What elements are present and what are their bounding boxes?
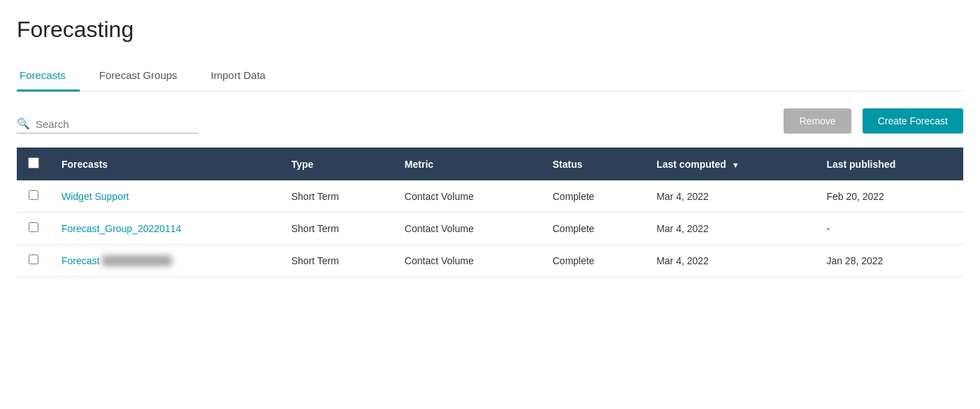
table-row: Forecast██████████ Short Term Contact Vo…: [17, 245, 963, 277]
table-header-row: Forecasts Type Metric Status Last comput…: [17, 148, 963, 180]
row-checkbox-col: [17, 213, 50, 245]
row-1-status: Complete: [541, 180, 645, 213]
row-3-status: Complete: [541, 245, 645, 277]
row-checkbox-col: [17, 180, 50, 213]
sort-arrow-icon: ▼: [732, 161, 740, 169]
row-2-last-published: -: [815, 213, 963, 245]
page-title: Forecasting: [17, 17, 963, 43]
row-2-forecast-name: Forecast_Group_20220114: [50, 213, 280, 245]
tabs-nav: Forecasts Forecast Groups Import Data: [17, 62, 963, 92]
table-row: Forecast_Group_20220114 Short Term Conta…: [17, 213, 963, 245]
row-checkbox-col: [17, 245, 50, 277]
row-3-metric: Contact Volume: [394, 245, 542, 277]
forecasts-table: Forecasts Type Metric Status Last comput…: [17, 148, 963, 277]
row-1-forecast-name: Widget Support: [50, 180, 280, 213]
header-metric: Metric: [394, 148, 542, 180]
row-3-type: Short Term: [280, 245, 394, 277]
header-forecasts: Forecasts: [50, 148, 280, 180]
search-icon: 🔍: [17, 117, 30, 130]
header-checkbox-col: [17, 148, 50, 180]
header-type: Type: [280, 148, 394, 180]
row-2-status: Complete: [541, 213, 645, 245]
row-2-checkbox[interactable]: [29, 222, 38, 232]
row-1-type: Short Term: [280, 180, 394, 213]
table-row: Widget Support Short Term Contact Volume…: [17, 180, 963, 213]
remove-button[interactable]: Remove: [784, 108, 851, 134]
search-container: 🔍: [17, 117, 199, 134]
header-last-published: Last published: [815, 148, 963, 180]
page-container: Forecasting Forecasts Forecast Groups Im…: [0, 0, 980, 409]
row-1-last-computed: Mar 4, 2022: [645, 180, 815, 213]
header-status: Status: [541, 148, 645, 180]
table-body: Widget Support Short Term Contact Volume…: [17, 180, 963, 277]
row-1-checkbox[interactable]: [29, 190, 38, 200]
row-3-checkbox[interactable]: [29, 254, 38, 264]
header-last-computed[interactable]: Last computed ▼: [645, 148, 815, 180]
row-3-forecast-name: Forecast██████████: [50, 245, 280, 277]
forecast-link-2[interactable]: Forecast_Group_20220114: [62, 223, 181, 234]
row-1-last-published: Feb 20, 2022: [815, 180, 963, 213]
row-3-last-computed: Mar 4, 2022: [645, 245, 815, 277]
forecast-link-1[interactable]: Widget Support: [62, 191, 129, 202]
select-all-checkbox[interactable]: [28, 157, 39, 168]
tab-forecasts[interactable]: Forecasts: [17, 62, 80, 92]
blurred-name: ██████████: [102, 255, 171, 266]
toolbar: 🔍 Remove Create Forecast: [17, 108, 963, 134]
forecast-link-3[interactable]: Forecast██████████: [62, 255, 172, 266]
create-forecast-button[interactable]: Create Forecast: [863, 108, 963, 134]
tab-forecast-groups[interactable]: Forecast Groups: [96, 62, 192, 92]
row-2-type: Short Term: [280, 213, 394, 245]
row-2-last-computed: Mar 4, 2022: [645, 213, 815, 245]
row-3-last-published: Jan 28, 2022: [815, 245, 963, 277]
row-1-metric: Contact Volume: [394, 180, 542, 213]
table-header: Forecasts Type Metric Status Last comput…: [17, 148, 963, 180]
row-2-metric: Contact Volume: [394, 213, 542, 245]
search-input[interactable]: [36, 118, 175, 130]
tab-import-data[interactable]: Import Data: [208, 62, 280, 92]
